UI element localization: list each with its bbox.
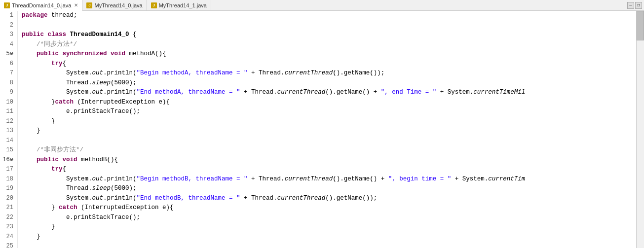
code-line-15: /*非同步方法*/ xyxy=(22,145,636,155)
line-num-22: 22 xyxy=(2,213,13,223)
code-line-20: System.out.println("End methodB, threadN… xyxy=(22,194,636,204)
code-line-11: e.printStackTrace(); xyxy=(22,107,636,117)
line-num-14: 14 xyxy=(2,136,13,146)
tab-mythread14-0[interactable]: J MyThread14_0.java xyxy=(82,0,147,10)
minimize-button[interactable]: — xyxy=(627,2,634,9)
line-num-6: 6 xyxy=(2,59,13,69)
line-num-17: 17 xyxy=(2,165,13,175)
tab-bar: J ThreadDomain14_0.java ✕ J MyThread14_0… xyxy=(0,0,644,11)
code-line-23: } xyxy=(22,222,636,232)
line-num-5: 5⊖ xyxy=(2,49,13,59)
restore-button[interactable]: ❐ xyxy=(635,2,642,9)
code-line-21: } catch (InterruptedException e){ xyxy=(22,203,636,213)
code-line-14 xyxy=(22,136,636,146)
tab-icon-j: J xyxy=(4,2,10,8)
code-line-16: public void methodB(){ xyxy=(22,155,636,165)
code-editor[interactable]: package thread; public class ThreadDomai… xyxy=(18,11,636,248)
line-num-19: 19 xyxy=(2,184,13,194)
code-line-7: System.out.println("Begin methodA, threa… xyxy=(22,69,636,78)
code-line-24: } xyxy=(22,232,636,242)
line-num-4: 4 xyxy=(2,40,13,50)
code-line-5: public synchronized void methodA(){ xyxy=(22,49,636,59)
tab-label-mythread14-1: MyThread14_1.java xyxy=(159,2,207,8)
code-line-10: }catch (InterruptedException e){ xyxy=(22,98,636,107)
line-num-25: 25 xyxy=(2,242,13,248)
line-num-15: 15 xyxy=(2,145,13,155)
line-num-21: 21 xyxy=(2,203,13,213)
line-num-3: 3 xyxy=(2,30,13,40)
code-line-12: } xyxy=(22,117,636,127)
line-num-18: 18 xyxy=(2,175,13,184)
code-line-3: public class ThreadDomain14_0 { xyxy=(22,30,636,40)
code-line-19: Thread.sleep(5000); xyxy=(22,184,636,194)
tab-mythread14-1[interactable]: J MyThread14_1.java xyxy=(147,0,211,10)
line-num-8: 8 xyxy=(2,78,13,88)
code-line-17: try{ xyxy=(22,165,636,175)
scrollbar-thumb[interactable] xyxy=(637,11,644,40)
line-num-1: 1 xyxy=(2,11,13,21)
code-line-13: } xyxy=(22,126,636,136)
line-num-13: 13 xyxy=(2,126,13,136)
code-line-18: System.out.println("Begin methodB, threa… xyxy=(22,175,636,184)
code-line-1: package thread; xyxy=(22,11,636,21)
line-num-7: 7 xyxy=(2,69,13,78)
window-controls: — ❐ xyxy=(627,0,644,10)
line-num-12: 12 xyxy=(2,117,13,127)
line-numbers: 1 2 3 4 5⊖ 6 7 8 9 10 11 12 13 14 15 16⊖… xyxy=(0,11,18,248)
tab-label-threaddomain14: ThreadDomain14_0.java xyxy=(12,2,71,8)
line-num-16: 16⊖ xyxy=(2,155,13,165)
code-line-6: try{ xyxy=(22,59,636,69)
code-line-22: e.printStackTrace(); xyxy=(22,213,636,223)
code-line-25 xyxy=(22,242,636,248)
tab-threaddomain14[interactable]: J ThreadDomain14_0.java ✕ xyxy=(0,0,82,11)
line-num-11: 11 xyxy=(2,107,13,117)
code-line-8: Thread.sleep(5000); xyxy=(22,78,636,88)
tab-icon-j3: J xyxy=(151,2,157,8)
line-num-24: 24 xyxy=(2,232,13,242)
line-num-2: 2 xyxy=(2,21,13,31)
tab-icon-j2: J xyxy=(86,2,92,8)
code-line-4: /*同步方法*/ xyxy=(22,40,636,50)
line-num-9: 9 xyxy=(2,88,13,98)
line-num-23: 23 xyxy=(2,222,13,232)
line-num-10: 10 xyxy=(2,98,13,107)
line-num-20: 20 xyxy=(2,194,13,204)
tab-close-threaddomain14[interactable]: ✕ xyxy=(74,2,78,8)
tab-label-mythread14-0: MyThread14_0.java xyxy=(94,2,142,8)
code-line-9: System.out.println("End methodA, threadN… xyxy=(22,88,636,98)
code-line-2 xyxy=(22,21,636,31)
editor-container: 1 2 3 4 5⊖ 6 7 8 9 10 11 12 13 14 15 16⊖… xyxy=(0,11,644,248)
vertical-scrollbar[interactable] xyxy=(636,11,644,248)
